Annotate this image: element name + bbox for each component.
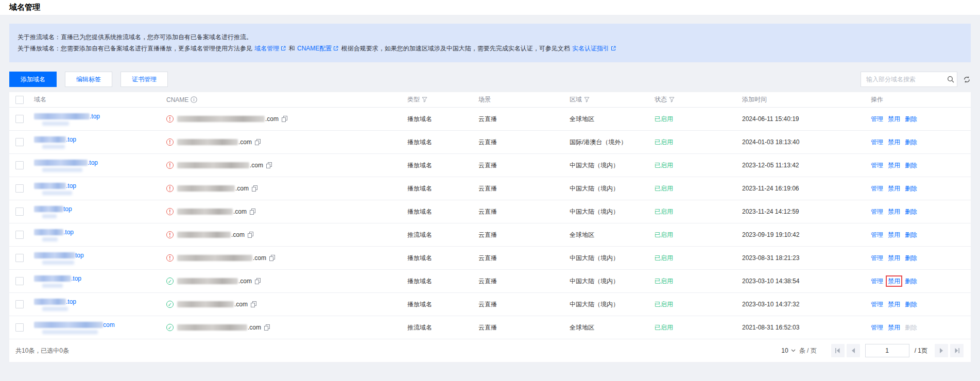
- delete-link[interactable]: 删除: [905, 208, 917, 215]
- manage-link[interactable]: 管理: [871, 231, 883, 238]
- row-checkbox[interactable]: [15, 277, 24, 285]
- region-cell: 中国大陆（境内）: [565, 177, 650, 200]
- domain-link[interactable]: .top: [66, 298, 76, 305]
- actions-cell: 管理禁用删除: [867, 316, 971, 339]
- copy-icon[interactable]: [252, 185, 257, 192]
- type-filter-icon[interactable]: [422, 97, 427, 102]
- row-checkbox[interactable]: [15, 115, 24, 123]
- content-area: 关于推流域名：直播已为您提供系统推流域名，您亦可添加自有已备案域名进行推流。 关…: [0, 15, 980, 362]
- row-checkbox[interactable]: [15, 254, 24, 262]
- domain-link[interactable]: com: [103, 321, 115, 328]
- prev-page-button[interactable]: [847, 344, 860, 357]
- table-row: .top ! .com 播放域名 云直播 全球地区 已启用 2024-06-11…: [9, 108, 971, 131]
- manage-link[interactable]: 管理: [871, 301, 883, 308]
- scene-cell: 云直播: [474, 131, 565, 154]
- manage-link[interactable]: 管理: [871, 278, 883, 285]
- disable-link[interactable]: 禁用: [888, 278, 900, 285]
- region-cell: 全球地区: [565, 108, 650, 131]
- select-all-checkbox[interactable]: [15, 96, 24, 104]
- copy-icon[interactable]: [264, 324, 270, 331]
- domain-link[interactable]: .top: [88, 159, 98, 166]
- type-cell: 播放域名: [403, 247, 474, 270]
- edit-tags-button[interactable]: 编辑标签: [65, 72, 112, 87]
- refresh-icon[interactable]: [963, 76, 971, 83]
- domain-management-doc-link[interactable]: 域名管理: [254, 45, 279, 52]
- domain-cell: .top: [34, 159, 158, 172]
- cname-config-doc-link[interactable]: CNAME配置: [297, 45, 332, 52]
- disable-link[interactable]: 禁用: [888, 231, 900, 238]
- search-icon[interactable]: [947, 76, 954, 83]
- table-row: .top ! .com 播放域名 云直播 中国大陆（境内） 已启用 2023-1…: [9, 154, 971, 177]
- page-number-input[interactable]: [865, 344, 909, 357]
- manage-link[interactable]: 管理: [871, 115, 883, 123]
- region-cell: 国际/港澳台（境外）: [565, 131, 650, 154]
- delete-link[interactable]: 删除: [905, 301, 917, 308]
- domain-sub-redacted: [42, 145, 65, 149]
- last-page-button[interactable]: [950, 344, 964, 357]
- copy-icon[interactable]: [269, 255, 275, 261]
- manage-link[interactable]: 管理: [871, 185, 883, 192]
- manage-link[interactable]: 管理: [871, 324, 883, 331]
- delete-link[interactable]: 删除: [905, 231, 917, 238]
- domain-link[interactable]: .top: [71, 275, 81, 282]
- toolbar: 添加域名 编辑标签 证书管理: [9, 72, 971, 87]
- domain-link[interactable]: .top: [90, 113, 100, 120]
- disable-link[interactable]: 禁用: [888, 301, 900, 308]
- status-filter-icon[interactable]: [669, 97, 675, 102]
- manage-link[interactable]: 管理: [871, 138, 883, 146]
- manage-link[interactable]: 管理: [871, 162, 883, 169]
- copy-icon[interactable]: [266, 162, 272, 168]
- row-checkbox[interactable]: [15, 138, 24, 146]
- disable-link[interactable]: 禁用: [888, 208, 900, 215]
- disable-link[interactable]: 禁用: [888, 115, 900, 123]
- domain-link[interactable]: .top: [63, 229, 74, 236]
- delete-link[interactable]: 删除: [905, 278, 917, 285]
- row-checkbox[interactable]: [15, 323, 24, 332]
- disable-link[interactable]: 禁用: [888, 162, 900, 169]
- disable-link[interactable]: 禁用: [888, 254, 900, 262]
- region-filter-icon[interactable]: [584, 97, 590, 102]
- search-input[interactable]: [865, 75, 947, 83]
- type-cell: 播放域名: [403, 293, 474, 316]
- domain-link[interactable]: .top: [66, 182, 76, 189]
- row-checkbox[interactable]: [15, 207, 24, 216]
- domain-redacted: [34, 160, 88, 166]
- copy-icon[interactable]: [251, 301, 256, 307]
- delete-link[interactable]: 删除: [905, 138, 917, 146]
- cname-info-icon[interactable]: [191, 96, 197, 103]
- copy-icon[interactable]: [255, 139, 261, 145]
- domain-link[interactable]: top: [75, 252, 84, 259]
- scene-cell: 云直播: [474, 223, 565, 247]
- real-name-auth-doc-link[interactable]: 实名认证指引: [572, 45, 609, 52]
- actions-cell: 管理禁用删除: [867, 293, 971, 316]
- cname-warning-icon: !: [166, 138, 174, 146]
- add-domain-button[interactable]: 添加域名: [9, 72, 57, 87]
- row-checkbox[interactable]: [15, 231, 24, 239]
- domain-link[interactable]: .top: [66, 136, 76, 143]
- delete-link[interactable]: 删除: [905, 254, 917, 262]
- manage-link[interactable]: 管理: [871, 254, 883, 262]
- delete-link[interactable]: 删除: [905, 185, 917, 192]
- domain-sub-redacted: [42, 237, 58, 241]
- disable-link[interactable]: 禁用: [888, 324, 900, 331]
- row-checkbox[interactable]: [15, 300, 24, 308]
- disable-link[interactable]: 禁用: [888, 185, 900, 192]
- copy-icon[interactable]: [282, 116, 287, 122]
- cert-management-button[interactable]: 证书管理: [121, 72, 168, 87]
- region-cell: 中国大陆（境内）: [565, 200, 650, 223]
- row-checkbox[interactable]: [15, 161, 24, 169]
- page-size-select[interactable]: 10: [781, 347, 795, 354]
- delete-link[interactable]: 删除: [905, 162, 917, 169]
- next-page-button[interactable]: [935, 344, 948, 357]
- disable-link[interactable]: 禁用: [888, 138, 900, 146]
- domain-redacted: [34, 206, 63, 212]
- first-page-button[interactable]: [831, 344, 845, 357]
- manage-link[interactable]: 管理: [871, 208, 883, 215]
- row-checkbox[interactable]: [15, 184, 24, 193]
- delete-link[interactable]: 删除: [905, 115, 917, 123]
- copy-icon[interactable]: [248, 232, 253, 238]
- copy-icon[interactable]: [255, 278, 261, 284]
- table-row: .top ! .com 推流域名 云直播 全球地区 已启用 2023-09-19…: [9, 223, 971, 247]
- copy-icon[interactable]: [250, 209, 255, 215]
- domain-link[interactable]: top: [63, 205, 72, 213]
